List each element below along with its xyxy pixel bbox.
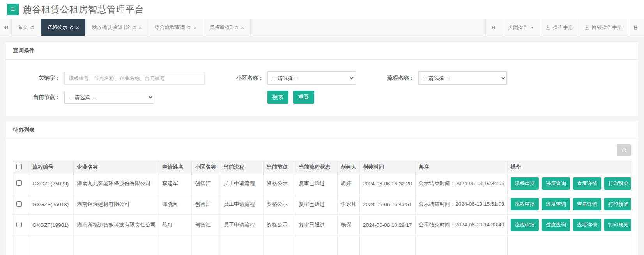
todo-toolbar — [6, 139, 638, 161]
cell-company-name: 湖南锦煌建材有限公司 — [74, 194, 159, 215]
row-action-button[interactable]: 查看详情 — [573, 198, 601, 210]
cell-current-process: 员工申请流程 — [220, 173, 263, 194]
tab-item[interactable]: 综合流程查询 × — [148, 19, 203, 36]
bank-manual-link[interactable]: 网银操作手册 — [579, 19, 628, 36]
row-action-button[interactable]: 进度查询 — [542, 198, 570, 210]
column-header: 小区名称 — [192, 161, 220, 173]
tab-list: 首页 资格公示 × 发放确认通知书2 × 综合流程查询 × 资格审核0 × — [12, 19, 251, 36]
select-all-checkbox[interactable] — [16, 164, 22, 169]
tab-item[interactable]: 发放确认通知书2 × — [86, 19, 149, 36]
cell-actions: 流程审批进度查询查看详情打印预览 — [507, 173, 631, 194]
tab-item[interactable]: 资格审核0 × — [203, 19, 251, 36]
row-select-cell — [13, 173, 29, 194]
cell-process-code: GXGZF(25023) — [29, 173, 74, 194]
column-header: 备注 — [415, 161, 507, 173]
table-row: GXGZF(25023) 湖南九九智能环保股份有限公司 李建军 创智汇 员工申请… — [13, 173, 631, 194]
tab-label: 发放确认通知书2 — [92, 24, 130, 31]
tab-refresh-icon[interactable] — [30, 25, 34, 30]
row-action-button[interactable]: 流程审批 — [511, 198, 539, 210]
row-checkbox[interactable] — [16, 180, 22, 186]
double-left-arrow-icon — [3, 25, 9, 30]
row-select-cell — [13, 215, 29, 235]
cell-applicant-name: 陈可 — [159, 215, 192, 235]
keyword-input[interactable] — [64, 72, 205, 85]
tabbar-right-controls: 关闭操作 操作手册 网银操作手册 — [485, 19, 644, 36]
column-header: 当前流程 — [220, 161, 263, 173]
cell-current-node: 资格公示 — [263, 215, 295, 235]
cell-creator: 胡婷 — [338, 173, 360, 194]
hamburger-icon: ≡ — [11, 5, 15, 13]
double-right-arrow-icon — [491, 25, 497, 30]
cell-process-status: 复审已通过 — [295, 215, 338, 235]
query-buttons: 搜索 重置 — [267, 91, 314, 104]
row-action-button[interactable]: 查看详情 — [573, 219, 601, 231]
row-action-button[interactable]: 进度查询 — [542, 219, 570, 231]
row-action-button[interactable]: 打印预览 — [604, 219, 631, 231]
cell-process-code: GXGZF(19901) — [29, 215, 74, 235]
tab-refresh-icon[interactable] — [234, 25, 239, 30]
tab-label: 首页 — [18, 24, 28, 31]
column-header: 当前流程状态 — [295, 161, 338, 173]
cell-process-status: 复审已通过 — [295, 194, 338, 215]
row-action-button[interactable]: 打印预览 — [604, 198, 631, 210]
tab-close-icon[interactable]: × — [193, 25, 196, 30]
tab-label: 资格审核0 — [209, 24, 232, 31]
column-header: 创建时间 — [360, 161, 416, 173]
todo-table: 流程编号企业名称申请姓名小区名称当前流程当前节点当前流程状态创建人创建时间备注操… — [13, 161, 631, 255]
cell-applicant-name: 李建军 — [159, 173, 192, 194]
tab-label: 资格公示 — [47, 24, 67, 31]
cell-current-process: 员工申请流程 — [220, 194, 263, 215]
tab-item[interactable]: 首页 — [12, 19, 41, 36]
process-name-select[interactable]: ==请选择== — [418, 71, 507, 85]
row-select-cell — [13, 194, 29, 215]
table-refresh-button[interactable] — [617, 144, 631, 156]
tab-close-icon[interactable]: × — [241, 25, 244, 30]
operation-manual-label: 操作手册 — [553, 24, 573, 31]
tab-refresh-icon[interactable] — [187, 25, 191, 30]
tab-close-icon[interactable]: × — [139, 25, 142, 30]
page-title: 麓谷租赁公租房智慧管理平台 — [23, 4, 144, 16]
column-header: 创建人 — [338, 161, 360, 173]
todo-table-body: GXGZF(25023) 湖南九九智能环保股份有限公司 李建军 创智汇 员工申请… — [13, 173, 631, 255]
row-checkbox[interactable] — [16, 222, 22, 227]
tab-refresh-icon[interactable] — [132, 25, 136, 30]
cell-community-name: 创智汇 — [192, 194, 220, 215]
cell-community-name: 创智汇 — [192, 215, 220, 235]
cell-process-code: GXGZF(25018) — [29, 194, 74, 215]
operation-manual-link[interactable]: 操作手册 — [540, 19, 579, 36]
hamburger-menu-button[interactable]: ≡ — [7, 4, 19, 15]
tab-close-icon[interactable]: × — [76, 25, 79, 30]
query-panel-title: 查询条件 — [6, 42, 638, 60]
row-action-button[interactable]: 查看详情 — [573, 177, 601, 190]
caret-down-icon — [531, 26, 534, 29]
column-header: 流程编号 — [29, 161, 74, 173]
tab-item[interactable]: 资格公示 × — [41, 19, 86, 36]
logout-button[interactable] — [628, 19, 644, 36]
row-action-button[interactable]: 流程审批 — [511, 219, 539, 231]
row-action-button[interactable]: 进度查询 — [542, 177, 570, 190]
download-icon — [545, 25, 550, 30]
table-row-partial — [13, 235, 631, 255]
todo-panel: 待办列表 流程编号企业名称申请姓名小区名称当前流程当前节点当前流程 — [6, 121, 638, 255]
bank-manual-label: 网银操作手册 — [592, 24, 622, 31]
cell-current-node: 资格公示 — [263, 194, 295, 215]
tab-refresh-icon[interactable] — [69, 25, 74, 30]
cell-creator: 李家帅 — [338, 194, 360, 215]
tabs-scroll-right-button[interactable] — [485, 19, 502, 36]
table-row: GXGZF(25018) 湖南锦煌建材有限公司 谭晓茜 创智汇 员工申请流程 资… — [13, 194, 631, 215]
close-operations-dropdown[interactable]: 关闭操作 — [502, 19, 540, 36]
row-action-button[interactable]: 打印预览 — [604, 177, 631, 190]
cell-remark: 公示结束时间：2024-06-13 14:33:49 — [415, 215, 507, 235]
community-name-select[interactable]: ==请选择== — [267, 71, 355, 85]
query-panel: 查询条件 关键字： 小区名称： ==请选择== 流程名称： ==请选择== 当前… — [6, 42, 638, 116]
current-node-select[interactable]: ==请选择== — [64, 91, 154, 104]
row-checkbox[interactable] — [16, 201, 22, 207]
cell-created-time: 2024-06-06 15:43:51 — [360, 194, 416, 215]
cell-company-name: 湖南九九智能环保股份有限公司 — [74, 173, 159, 194]
tabs-scroll-left-button[interactable] — [0, 19, 12, 36]
cell-remark: 公示结束时间：2024-06-13 15:51:03 — [415, 194, 507, 215]
cell-remark: 公示结束时间：2024-06-13 16:34:05 — [415, 173, 507, 194]
row-action-button[interactable]: 流程审批 — [511, 177, 539, 190]
search-button[interactable]: 搜索 — [267, 91, 288, 104]
reset-button[interactable]: 重置 — [293, 91, 314, 104]
